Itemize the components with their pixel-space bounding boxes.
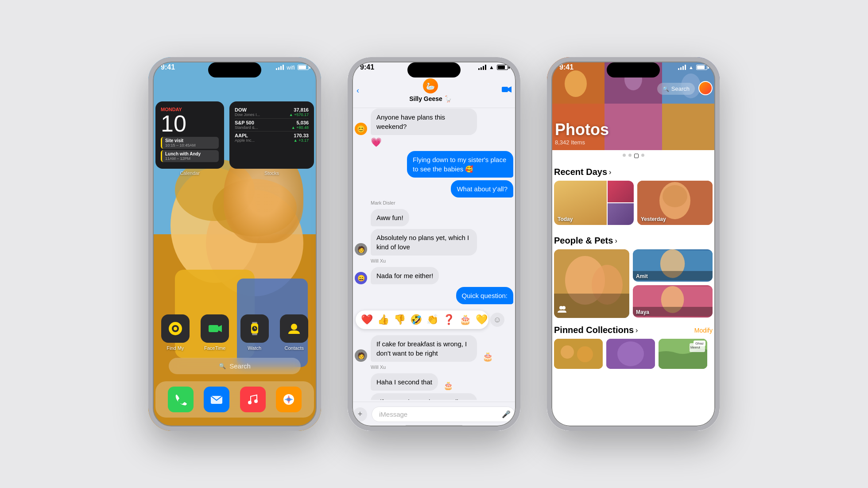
status-bar-messages: 9:41 ▲ bbox=[348, 57, 520, 75]
contacts-icon[interactable] bbox=[280, 314, 308, 343]
battery-icon bbox=[298, 65, 309, 70]
signal-icon bbox=[276, 65, 284, 70]
today-photo-3 bbox=[608, 203, 634, 225]
calendar-number: 10 bbox=[161, 112, 219, 135]
battery-icon-2 bbox=[497, 65, 508, 70]
pinned-thumb-1[interactable] bbox=[554, 339, 603, 369]
back-button[interactable]: ‹ bbox=[356, 86, 359, 95]
dock-music[interactable] bbox=[240, 387, 266, 412]
svg-point-56 bbox=[617, 341, 644, 366]
photos-hero: 9:41 ▲ Photos 8, bbox=[547, 57, 720, 150]
reaction-heart[interactable]: ❤️ bbox=[361, 314, 373, 325]
group-info[interactable]: 🦢 Silly Geese 🪿 bbox=[409, 78, 452, 102]
calendar-widget[interactable]: MONDAY 10 Site visit 10:15 – 10:45AM Lun… bbox=[155, 101, 224, 169]
recent-days-title-row[interactable]: Recent Days › bbox=[554, 167, 611, 177]
status-bar-photos: 9:41 ▲ bbox=[547, 57, 720, 75]
svg-point-21 bbox=[248, 401, 252, 404]
message-bubble-quick: Quick question: bbox=[456, 287, 513, 304]
wifi-icon-2: ▲ bbox=[489, 64, 494, 70]
message-avatar-mark: 🧑 bbox=[355, 243, 367, 256]
battery-icon-3 bbox=[696, 65, 707, 70]
message-bubble-sent-2: What about y'all? bbox=[451, 180, 513, 198]
pinned-thumb-2[interactable] bbox=[606, 339, 655, 369]
app-facetime[interactable]: FaceTime bbox=[201, 314, 229, 351]
user-avatar-button[interactable] bbox=[698, 81, 713, 95]
reaction-question[interactable]: ❓ bbox=[443, 314, 455, 325]
people-pets-title-row[interactable]: People & Pets › bbox=[554, 236, 617, 246]
svg-point-54 bbox=[577, 346, 593, 362]
message-input[interactable]: iMessage bbox=[372, 407, 515, 422]
svg-point-22 bbox=[254, 399, 258, 403]
reaction-thumbsdown[interactable]: 👎 bbox=[394, 314, 406, 325]
messages-list: 😊 Anyone have plans this weekend? 💗 Flyi… bbox=[348, 105, 520, 400]
dot-1[interactable] bbox=[623, 154, 626, 157]
recent-days-title: Recent Days bbox=[554, 167, 607, 177]
dock-mail[interactable] bbox=[204, 387, 229, 412]
reaction-clap[interactable]: 👏 bbox=[426, 314, 438, 325]
message-bubble-cake: If cake for breakfast is wrong, I don't … bbox=[371, 335, 477, 362]
reaction-thumbsup[interactable]: 👍 bbox=[377, 314, 389, 325]
app-watch[interactable]: Watch bbox=[240, 314, 269, 351]
sender-name-mark: Mark Disler bbox=[355, 200, 513, 205]
message-row-haha: Haha I second that 🎂 bbox=[355, 373, 513, 391]
pinned-art-1 bbox=[554, 339, 603, 369]
large-person-photo[interactable] bbox=[554, 249, 629, 318]
pinned-thumb-map[interactable]: Meerut Ghaz bbox=[659, 339, 707, 369]
people-pets-arrow: › bbox=[615, 237, 617, 245]
search-icon: 🔍 bbox=[219, 363, 226, 369]
yesterday-thumb[interactable]: Yesterday bbox=[637, 181, 713, 225]
dot-2[interactable] bbox=[628, 154, 632, 157]
mic-icon[interactable]: 🎤 bbox=[502, 410, 511, 418]
app-findmy[interactable]: Find My bbox=[161, 314, 190, 351]
widget-labels: Calendar Stocks bbox=[148, 169, 321, 178]
status-bar: 9:41 wifi bbox=[148, 57, 321, 75]
status-icons: wifi bbox=[276, 64, 309, 71]
svg-point-53 bbox=[561, 345, 574, 359]
maya-photo[interactable]: Maya bbox=[633, 285, 713, 318]
add-reaction-button[interactable]: ☺ bbox=[490, 313, 504, 327]
maya-label: Maya bbox=[636, 309, 649, 315]
amit-label: Amit bbox=[636, 273, 648, 279]
search-label-photos: Search bbox=[671, 85, 690, 92]
photos-search-button[interactable]: 🔍 Search bbox=[657, 83, 695, 95]
status-icons-photos: ▲ bbox=[678, 65, 707, 70]
pinned-title-row[interactable]: Pinned Collections › bbox=[554, 325, 638, 335]
emoji-reactions[interactable]: ❤️ 👍 👎 🤣 👏 ❓ 🎂 💛 bbox=[356, 310, 488, 329]
reaction-star[interactable]: 💛 bbox=[476, 314, 488, 325]
reaction-cake[interactable]: 🎂 bbox=[459, 314, 471, 325]
video-call-button[interactable] bbox=[502, 85, 512, 96]
pinned-modify-button[interactable]: Modify bbox=[694, 327, 713, 334]
pinned-arrow: › bbox=[636, 326, 638, 334]
dock-phone[interactable] bbox=[168, 387, 194, 412]
today-thumb-group[interactable]: Today bbox=[554, 181, 634, 225]
dot-4[interactable] bbox=[641, 154, 644, 157]
cake-tapback: 🎂 bbox=[482, 351, 493, 362]
svg-rect-33 bbox=[662, 104, 720, 150]
message-input-placeholder: iMessage bbox=[379, 411, 407, 418]
message-row-aww: Aww fun! bbox=[355, 209, 513, 226]
svg-point-39 bbox=[663, 185, 687, 207]
message-avatar-cake: 🧑 bbox=[355, 349, 367, 362]
message-row-lifeshort: 😄 Life's too short to leave a slice behi… bbox=[355, 393, 513, 400]
watch-icon[interactable] bbox=[240, 314, 269, 343]
home-indicator-3 bbox=[604, 426, 662, 428]
facetime-icon[interactable] bbox=[201, 314, 229, 343]
yesterday-label: Yesterday bbox=[641, 216, 666, 222]
search-pill[interactable]: 🔍 Search bbox=[169, 358, 301, 374]
stocks-widget-label: Stocks bbox=[229, 170, 314, 176]
today-photo-2 bbox=[608, 181, 634, 202]
stocks-widget[interactable]: DOW Dow Jones I... 37,816 ▲ +570.17 S&P … bbox=[229, 101, 314, 169]
message-row-cake: 🧑 If cake for breakfast is wrong, I don'… bbox=[355, 335, 513, 362]
add-attachment-button[interactable]: + bbox=[353, 407, 367, 422]
reaction-haha[interactable]: 🤣 bbox=[410, 314, 422, 325]
message-row-plans: 🧑 Absolutely no plans yet, which I kind … bbox=[355, 229, 513, 256]
app-contacts[interactable]: Contacts bbox=[280, 314, 308, 351]
calendar-event-1: Site visit 10:15 – 10:45AM bbox=[161, 137, 219, 149]
amit-photo[interactable]: Amit bbox=[633, 249, 713, 282]
recent-days-arrow: › bbox=[609, 168, 611, 176]
watch-label: Watch bbox=[248, 345, 261, 351]
photos-body: Recent Days › Today bbox=[547, 162, 720, 369]
dock-safari[interactable] bbox=[276, 387, 302, 412]
findmy-icon[interactable] bbox=[161, 314, 190, 343]
dot-grid[interactable] bbox=[634, 154, 639, 158]
